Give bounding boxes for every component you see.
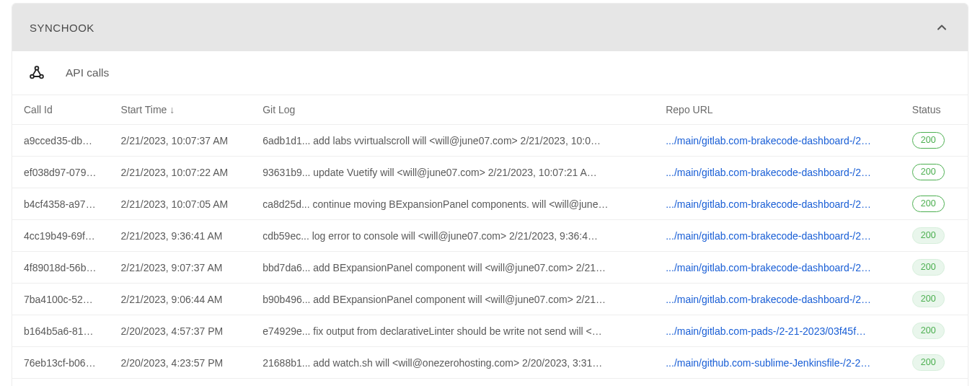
- cell-status: 200: [901, 220, 968, 252]
- table-row[interactable]: b164b5a6-81…2/20/2023, 4:57:37 PMe74929e…: [12, 315, 968, 347]
- cell-status: 200: [901, 315, 968, 347]
- cell-start-time: 2/20/2023, 4:57:37 PM: [110, 315, 252, 347]
- table-row[interactable]: 4cc19b49-69f…2/21/2023, 9:36:41 AMcdb59e…: [12, 220, 968, 252]
- col-status[interactable]: Status: [901, 95, 968, 125]
- cell-git-log: e74929e... fix output from declarativeLi…: [251, 315, 654, 347]
- cell-call-id: ef038d97-079…: [12, 157, 110, 188]
- chevron-up-icon[interactable]: [933, 19, 950, 36]
- cell-git-log: b90b496... add BExpansionPanel component…: [251, 284, 654, 315]
- cell-status: 200: [901, 157, 968, 188]
- section-header: API calls: [12, 51, 968, 95]
- repo-link[interactable]: .../main/gitlab.com-brakecode-dashboard-…: [666, 167, 871, 178]
- synchook-panel: SYNCHOOK API calls Call: [12, 3, 968, 386]
- cell-call-id: 4cc19b49-69f…: [12, 220, 110, 252]
- cell-git-log: bbd7da6... add BExpansionPanel component…: [251, 252, 654, 284]
- repo-link[interactable]: .../main/gitlab.com-brakecode-dashboard-…: [666, 294, 871, 305]
- repo-link[interactable]: .../main/gitlab.com-pads-/2-21-2023/03f4…: [666, 325, 866, 337]
- cell-call-id: a9cced35-db…: [12, 125, 110, 157]
- cell-git-log: 21688b1... add watch.sh will <will@oneze…: [251, 347, 654, 379]
- cell-start-time: 2/21/2023, 9:36:41 AM: [110, 220, 252, 252]
- col-label: Git Log: [262, 104, 295, 115]
- cell-status: 200: [901, 347, 968, 379]
- cell-repo-url: .../main/gitlab.com-brakecode-dashboard-…: [654, 252, 901, 284]
- cell-repo-url: .../main/gitlab.com-brakecode-dashboard-…: [654, 157, 901, 188]
- cell-repo-url: .../main/gitlab.com-brakecode-dashboard-…: [654, 220, 901, 252]
- status-badge: 200: [912, 354, 945, 371]
- col-label: Status: [912, 104, 941, 115]
- cell-status: 200: [901, 379, 968, 387]
- api-calls-table: Call Id Start Time↓ Git Log Repo URL Sta…: [12, 95, 968, 386]
- repo-link[interactable]: .../main/gitlab.com-brakecode-dashboard-…: [666, 198, 871, 210]
- cell-start-time: 2/21/2023, 10:07:37 AM: [110, 125, 252, 157]
- col-start-time[interactable]: Start Time↓: [110, 95, 252, 125]
- cell-start-time: 2/20/2023, 4:22:06 PM: [110, 379, 252, 387]
- table-body: a9cced35-db…2/21/2023, 10:07:37 AM6adb1d…: [12, 125, 968, 387]
- status-badge: 200: [912, 196, 945, 212]
- cell-call-id: b164b5a6-81…: [12, 315, 110, 347]
- cell-call-id: ae5fbe46-a45…: [12, 379, 110, 387]
- table-row[interactable]: ae5fbe46-a45…2/20/2023, 4:22:06 PM9d3014…: [12, 379, 968, 387]
- cell-repo-url: .../main/gitlab.com-brakecode-dashboard-…: [654, 284, 901, 315]
- table-row[interactable]: 7ba4100c-52…2/21/2023, 9:06:44 AMb90b496…: [12, 284, 968, 315]
- col-label: Start Time: [121, 104, 167, 115]
- status-badge: 200: [912, 259, 945, 276]
- cell-start-time: 2/21/2023, 9:07:37 AM: [110, 252, 252, 284]
- cell-status: 200: [901, 125, 968, 157]
- status-badge: 200: [912, 164, 945, 180]
- repo-link[interactable]: .../main/gitlab.com-brakecode-dashboard-…: [666, 230, 871, 242]
- table-row[interactable]: 76eb13cf-b06…2/20/2023, 4:23:57 PM21688b…: [12, 347, 968, 379]
- cell-repo-url: .../main/github.com-sublime-Jenkinsfile-…: [654, 379, 901, 387]
- col-git-log[interactable]: Git Log: [251, 95, 654, 125]
- cell-repo-url: .../main/gitlab.com-brakecode-dashboard-…: [654, 125, 901, 157]
- cell-status: 200: [901, 252, 968, 284]
- repo-link[interactable]: .../main/gitlab.com-brakecode-dashboard-…: [666, 135, 871, 146]
- cell-call-id: 4f89018d-56b…: [12, 252, 110, 284]
- cell-git-log: ca8d25d... continue moving BExpansionPan…: [251, 188, 654, 220]
- col-call-id[interactable]: Call Id: [12, 95, 110, 125]
- cell-status: 200: [901, 188, 968, 220]
- cell-git-log: 9d30143... add watch.sh will <will@oneze…: [251, 379, 654, 387]
- panel-title: SYNCHOOK: [30, 22, 94, 34]
- status-badge: 200: [912, 291, 945, 307]
- cell-start-time: 2/21/2023, 10:07:05 AM: [110, 188, 252, 220]
- status-badge: 200: [912, 227, 945, 244]
- cell-start-time: 2/20/2023, 4:23:57 PM: [110, 347, 252, 379]
- panel-body: API calls Call Id Start Time↓ Git Log Re…: [12, 51, 968, 386]
- col-label: Repo URL: [666, 104, 712, 115]
- cell-git-log: 6adb1d1... add labs vvirtualscroll will …: [251, 125, 654, 157]
- table-row[interactable]: b4cf4358-a97…2/21/2023, 10:07:05 AMca8d2…: [12, 188, 968, 220]
- status-badge: 200: [912, 323, 945, 339]
- repo-link[interactable]: .../main/gitlab.com-brakecode-dashboard-…: [666, 262, 871, 273]
- table-header-row: Call Id Start Time↓ Git Log Repo URL Sta…: [12, 95, 968, 125]
- table-row[interactable]: ef038d97-079…2/21/2023, 10:07:22 AM93631…: [12, 157, 968, 188]
- cell-call-id: b4cf4358-a97…: [12, 188, 110, 220]
- cell-start-time: 2/21/2023, 10:07:22 AM: [110, 157, 252, 188]
- cell-git-log: cdb59ec... log error to console will <wi…: [251, 220, 654, 252]
- col-repo-url[interactable]: Repo URL: [654, 95, 901, 125]
- sort-down-icon: ↓: [169, 104, 175, 115]
- repo-link[interactable]: .../main/github.com-sublime-Jenkinsfile-…: [666, 357, 870, 369]
- col-label: Call Id: [24, 104, 53, 115]
- table-row[interactable]: a9cced35-db…2/21/2023, 10:07:37 AM6adb1d…: [12, 125, 968, 157]
- cell-call-id: 76eb13cf-b06…: [12, 347, 110, 379]
- table-row[interactable]: 4f89018d-56b…2/21/2023, 9:07:37 AMbbd7da…: [12, 252, 968, 284]
- cell-status: 200: [901, 284, 968, 315]
- cell-repo-url: .../main/gitlab.com-brakecode-dashboard-…: [654, 188, 901, 220]
- cell-repo-url: .../main/gitlab.com-pads-/2-21-2023/03f4…: [654, 315, 901, 347]
- cell-call-id: 7ba4100c-52…: [12, 284, 110, 315]
- cell-git-log: 93631b9... update Vuetify will <will@jun…: [251, 157, 654, 188]
- panel-header[interactable]: SYNCHOOK: [12, 4, 968, 51]
- section-title: API calls: [66, 66, 109, 79]
- cell-repo-url: .../main/github.com-sublime-Jenkinsfile-…: [654, 347, 901, 379]
- cell-start-time: 2/21/2023, 9:06:44 AM: [110, 284, 252, 315]
- status-badge: 200: [912, 132, 945, 149]
- webhook-icon: [28, 64, 45, 82]
